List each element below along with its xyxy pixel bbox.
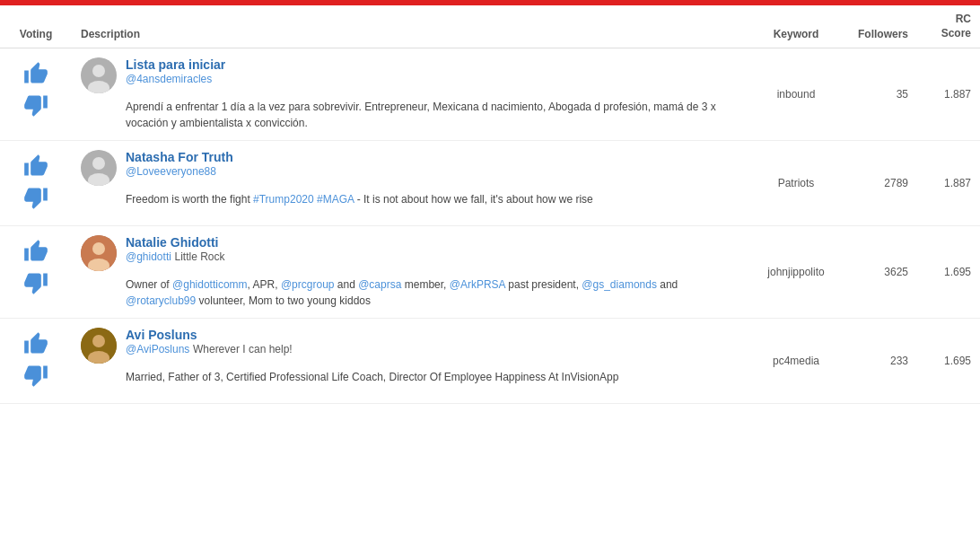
keyword-cell: johnjippolito: [747, 226, 845, 319]
followers-cell: 3625: [845, 226, 917, 319]
bio-text: Owner of @ghidotticomm, APR, @prcgroup a…: [81, 276, 738, 309]
bio-text: Married, Father of 3, Certified Professi…: [81, 369, 738, 385]
bio-link[interactable]: @prcgroup: [281, 278, 335, 291]
profile-row: Natasha For Truth @Loveeveryone88: [81, 150, 738, 186]
description-header: Description: [72, 5, 747, 48]
avatar: [81, 150, 117, 186]
avatar: [81, 57, 117, 93]
profile-info: Natasha For Truth @Loveeveryone88: [126, 150, 233, 178]
user-handle[interactable]: @ghidotti: [126, 250, 171, 263]
voting-cell: [0, 141, 72, 226]
table-row: Natasha For Truth @Loveeveryone88 Freedo…: [0, 141, 980, 226]
thumbs-up-button[interactable]: [23, 154, 48, 181]
followers-cell: 233: [845, 319, 917, 404]
voting-cell: [0, 226, 72, 319]
thumbs-up-button[interactable]: [23, 331, 48, 359]
table-header-row: Voting Description Keyword Followers RC …: [0, 5, 980, 48]
bio-link[interactable]: @rotaryclub99: [126, 294, 196, 307]
profile-row: Lista para iniciar @4ansdemiracles: [81, 57, 738, 93]
thumbs-down-button[interactable]: [23, 185, 48, 213]
table-row: Natalie Ghidotti @ghidotti Little Rock O…: [0, 226, 980, 319]
keyword-cell: pc4media: [747, 319, 845, 404]
rcscore-header: RC Score: [917, 5, 980, 48]
keyword-cell: inbound: [747, 48, 845, 141]
avatar: [81, 328, 117, 364]
bio-text: Freedom is worth the fight #Trump2020 #M…: [81, 191, 738, 207]
user-handle[interactable]: @Loveeveryone88: [126, 165, 216, 178]
followers-header: Followers: [845, 5, 917, 48]
profile-info: Avi Posluns @AviPosluns Wherever I can h…: [126, 328, 293, 355]
profile-row: Avi Posluns @AviPosluns Wherever I can h…: [81, 328, 738, 364]
user-name[interactable]: Natalie Ghidotti: [126, 235, 218, 250]
rcscore-cell: 1.695: [917, 226, 980, 319]
user-location: Little Rock: [175, 250, 225, 263]
user-location: Wherever I can help!: [193, 343, 293, 355]
results-table: Voting Description Keyword Followers RC …: [0, 5, 980, 404]
bio-text: Aprendí a enfrentar 1 día a la vez para …: [81, 99, 738, 131]
bio-link[interactable]: #MAGA: [317, 193, 354, 206]
bio-link[interactable]: @ghidotticomm: [172, 278, 248, 291]
thumbs-up-button[interactable]: [23, 61, 48, 89]
voting-header: Voting: [0, 5, 72, 48]
rcscore-cell: 1.887: [917, 141, 980, 226]
description-cell: Natalie Ghidotti @ghidotti Little Rock O…: [72, 226, 747, 319]
keyword-header: Keyword: [747, 5, 845, 48]
description-cell: Natasha For Truth @Loveeveryone88 Freedo…: [72, 141, 747, 226]
bio-link[interactable]: @caprsa: [358, 278, 401, 291]
user-name[interactable]: Avi Posluns: [126, 328, 197, 342]
thumbs-down-button[interactable]: [23, 92, 48, 120]
bio-link[interactable]: #Trump2020: [253, 193, 314, 206]
voting-cell: [0, 48, 72, 141]
followers-cell: 2789: [845, 141, 917, 226]
user-name[interactable]: Natasha For Truth: [126, 150, 233, 164]
thumbs-down-button[interactable]: [23, 270, 48, 298]
thumbs-up-button[interactable]: [23, 239, 48, 267]
table-row: Avi Posluns @AviPosluns Wherever I can h…: [0, 319, 980, 404]
table-row: Lista para iniciar @4ansdemiracles Apren…: [0, 48, 980, 141]
user-handle[interactable]: @AviPosluns: [126, 343, 189, 355]
user-name[interactable]: Lista para iniciar: [126, 57, 225, 72]
svg-point-1: [92, 65, 105, 77]
bio-link[interactable]: @gs_diamonds: [582, 278, 657, 291]
followers-cell: 35: [845, 48, 917, 141]
keyword-cell: Patriots: [747, 141, 845, 226]
profile-info: Natalie Ghidotti @ghidotti Little Rock: [126, 235, 225, 263]
description-cell: Lista para iniciar @4ansdemiracles Apren…: [72, 48, 747, 141]
thumbs-down-button[interactable]: [23, 363, 48, 390]
description-cell: Avi Posluns @AviPosluns Wherever I can h…: [72, 319, 747, 404]
voting-cell: [0, 319, 72, 404]
bio-link[interactable]: @ArkPRSA: [450, 278, 505, 291]
svg-point-7: [92, 242, 105, 255]
avatar: [81, 235, 117, 271]
rcscore-cell: 1.887: [917, 48, 980, 141]
rcscore-cell: 1.695: [917, 319, 980, 404]
svg-point-4: [92, 157, 105, 170]
user-handle[interactable]: @4ansdemiracles: [126, 73, 212, 85]
profile-row: Natalie Ghidotti @ghidotti Little Rock: [81, 235, 738, 271]
profile-info: Lista para iniciar @4ansdemiracles: [126, 57, 225, 85]
svg-point-10: [92, 335, 105, 347]
